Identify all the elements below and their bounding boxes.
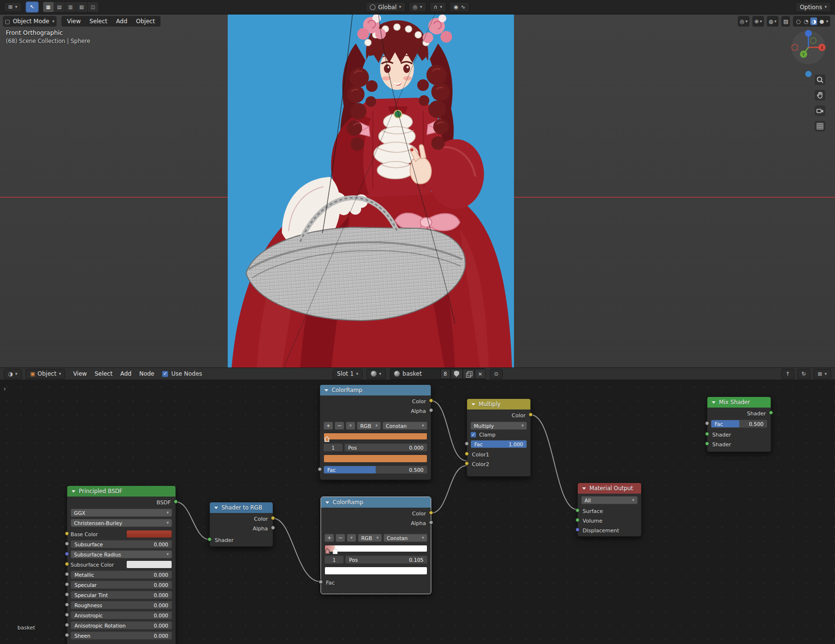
- node-header[interactable]: ColorRamp: [321, 497, 431, 508]
- ramp-stop-marker[interactable]: [324, 436, 329, 442]
- pivot-point-dropdown[interactable]: ◎ ▾: [409, 2, 426, 12]
- material-slot-dropdown[interactable]: Slot 1 ▾: [333, 369, 363, 379]
- gradient-bar[interactable]: [324, 545, 427, 552]
- material-name-field[interactable]: basket: [390, 369, 440, 379]
- refresh-button[interactable]: ↻: [797, 369, 810, 379]
- stop-color-swatch[interactable]: [324, 567, 427, 575]
- stop-index-field[interactable]: 1: [324, 556, 344, 564]
- socket-color-output[interactable]: [429, 511, 433, 515]
- shading-wireframe-button[interactable]: ○: [795, 17, 802, 25]
- zoom-tool-button[interactable]: [815, 74, 825, 85]
- socket-shader-input[interactable]: [207, 537, 212, 542]
- select-mode-1-button[interactable]: ▦: [43, 2, 54, 12]
- subsurface-color-swatch[interactable]: [126, 560, 172, 569]
- node-header[interactable]: Principled BSDF: [67, 486, 176, 497]
- socket-fac-input[interactable]: [465, 441, 469, 446]
- socket-subsurface-input[interactable]: [65, 542, 69, 546]
- gizmos-dropdown[interactable]: ⊕ ▾: [752, 16, 764, 27]
- menu-select[interactable]: Select: [86, 18, 111, 25]
- collapse-icon[interactable]: [214, 507, 218, 509]
- unlink-material-button[interactable]: ×: [475, 369, 485, 379]
- xray-toggle[interactable]: ▨: [781, 16, 790, 27]
- socket-metallic-input[interactable]: [65, 572, 69, 576]
- socket-roughness-input[interactable]: [65, 602, 69, 607]
- fac-slider[interactable]: Fac1.000: [470, 440, 527, 448]
- mode-dropdown[interactable]: ▢ Object Mode ▾: [3, 16, 57, 27]
- clamp-checkbox[interactable]: ✓: [470, 432, 476, 438]
- panel-expand-arrow[interactable]: ›: [3, 385, 6, 393]
- socket-subsurface-radius-input[interactable]: [65, 552, 69, 556]
- node-header[interactable]: Material Output: [578, 483, 641, 494]
- add-stop-button[interactable]: +: [324, 534, 334, 542]
- remove-stop-button[interactable]: −: [335, 422, 344, 430]
- material-users-button[interactable]: 8: [440, 369, 451, 379]
- socket-color-output[interactable]: [528, 412, 533, 417]
- browse-material-dropdown[interactable]: ▾: [366, 369, 386, 379]
- socket-fac-input[interactable]: [705, 421, 709, 425]
- subsurface-method-dropdown[interactable]: Christensen-Burley▾: [71, 519, 172, 527]
- node-header[interactable]: ColorRamp: [320, 385, 431, 395]
- stop-position-slider[interactable]: Pos0.000: [344, 443, 427, 452]
- socket-anisotropic-input[interactable]: [65, 613, 69, 617]
- menu-view[interactable]: View: [69, 370, 90, 377]
- gradient-bar[interactable]: [323, 433, 427, 440]
- ramp-options-button[interactable]: ▾: [347, 534, 356, 542]
- socket-subsurface-color-input[interactable]: [65, 562, 69, 566]
- shader-editor-type-selector[interactable]: ◑ ▾: [4, 369, 22, 379]
- node-header[interactable]: Mix Shader: [707, 397, 771, 408]
- node-mix-shader[interactable]: Mix Shader Shader Fac0.500 Shader: [707, 396, 771, 452]
- target-dropdown[interactable]: All▾: [581, 496, 638, 504]
- socket-sheen-input[interactable]: [65, 633, 69, 637]
- use-nodes-checkbox[interactable]: ✓: [162, 371, 168, 377]
- base-color-swatch[interactable]: [126, 530, 172, 538]
- editor-options-dropdown[interactable]: ⊞ ▾: [813, 369, 831, 379]
- anisotropic-rotation-slider[interactable]: Anisotropic Rotation0.000: [71, 621, 172, 629]
- subsurface-radius-dropdown[interactable]: Subsurface Radius▾: [71, 550, 172, 558]
- clamp-toggle[interactable]: ✓ Clamp: [470, 432, 527, 438]
- pin-toggle[interactable]: ⊙: [490, 369, 503, 379]
- menu-select[interactable]: Select: [91, 370, 117, 377]
- collapse-icon[interactable]: [324, 389, 328, 392]
- collapse-icon[interactable]: [712, 401, 716, 404]
- socket-base-color-input[interactable]: [65, 531, 69, 536]
- ramp-options-button[interactable]: ▾: [346, 422, 355, 430]
- socket-color-output[interactable]: [271, 516, 275, 520]
- socket-color1-input[interactable]: [465, 452, 469, 456]
- socket-alpha-output[interactable]: [429, 520, 433, 525]
- socket-anisotropic-rotation-input[interactable]: [65, 623, 69, 627]
- shader-type-dropdown[interactable]: ▣ Object ▾: [26, 369, 65, 379]
- collapse-icon[interactable]: [471, 403, 475, 406]
- collapse-icon[interactable]: [325, 501, 329, 504]
- overlays-dropdown[interactable]: ◍ ▾: [767, 16, 778, 27]
- node-editor[interactable]: › ColorRamp Color Alpha: [0, 380, 835, 644]
- metallic-slider[interactable]: Metallic0.000: [71, 571, 172, 579]
- socket-specular-tint-input[interactable]: [65, 592, 69, 597]
- menu-node[interactable]: Node: [135, 370, 158, 377]
- node-principled-bsdf[interactable]: Principled BSDF BSDF GGX▾ Christensen-Bu…: [67, 485, 176, 644]
- specular-slider[interactable]: Specular0.000: [71, 581, 172, 589]
- select-mode-5-button[interactable]: ◫: [88, 2, 99, 12]
- select-mode-3-button[interactable]: ▥: [65, 2, 76, 12]
- node-multiply[interactable]: Multiply Color Multiply▾ ✓ Clamp: [467, 398, 531, 477]
- viewport-3d[interactable]: ▢ Object Mode ▾ View Select Add Object ◎…: [0, 15, 835, 367]
- visibility-dropdown[interactable]: ◎ ▾: [738, 16, 749, 27]
- select-mode-2-button[interactable]: ▤: [54, 2, 65, 12]
- fac-slider[interactable]: Fac0.500: [323, 466, 427, 474]
- add-stop-button[interactable]: +: [323, 422, 333, 430]
- socket-alpha-output[interactable]: [429, 408, 433, 412]
- blend-mode-dropdown[interactable]: Multiply▾: [470, 422, 527, 430]
- collapse-icon[interactable]: [582, 487, 586, 490]
- socket-color2-input[interactable]: [465, 461, 469, 466]
- use-nodes-toggle[interactable]: ✓ Use Nodes: [162, 370, 202, 377]
- toggle-grid-button[interactable]: [815, 121, 825, 132]
- remove-stop-button[interactable]: −: [336, 534, 345, 542]
- pan-tool-button[interactable]: [815, 90, 825, 101]
- transform-orientation-dropdown[interactable]: ◯ Global ▾: [366, 2, 406, 12]
- menu-add[interactable]: Add: [112, 18, 131, 25]
- menu-object[interactable]: Object: [132, 18, 159, 25]
- distribution-dropdown[interactable]: GGX▾: [71, 509, 172, 517]
- options-dropdown[interactable]: Options ▾: [795, 2, 831, 12]
- fake-user-button[interactable]: [451, 369, 463, 379]
- ramp-stop-marker-selected[interactable]: [333, 548, 337, 554]
- shading-solid-button[interactable]: ◔: [803, 17, 809, 25]
